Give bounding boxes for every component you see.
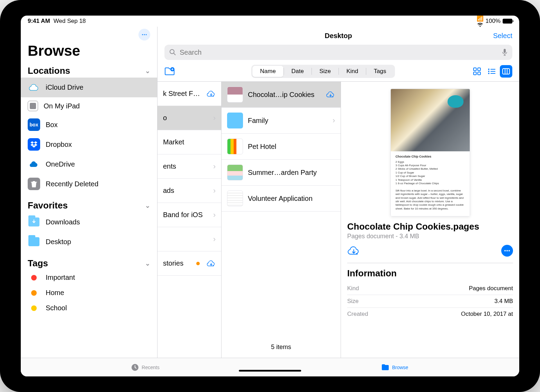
download-button[interactable]: [347, 245, 360, 256]
document-thumbnail: [227, 164, 243, 180]
clock-icon: [131, 364, 139, 371]
home-indicator[interactable]: [239, 370, 301, 372]
file-row[interactable]: Market: [158, 130, 221, 154]
location-box[interactable]: box Box: [21, 115, 157, 135]
location-onedrive[interactable]: OneDrive: [21, 154, 157, 174]
tab-browse[interactable]: Browse: [270, 358, 519, 376]
status-date: Wed Sep 18: [54, 18, 86, 25]
tag-color-icon: [31, 305, 37, 311]
file-row[interactable]: ents›: [158, 154, 221, 179]
chevron-down-icon: ⌄: [145, 67, 150, 75]
sort-kind[interactable]: Kind: [339, 66, 366, 77]
location-recently-deleted[interactable]: Recently Deleted: [21, 174, 157, 194]
file-row[interactable]: k Street Food: [158, 82, 221, 106]
column-item-count: 5 items: [222, 337, 341, 358]
cloud-download-icon[interactable]: [207, 90, 216, 98]
document-thumbnail: [227, 87, 243, 103]
dropbox-icon: [28, 138, 40, 151]
folder-icon: [28, 216, 40, 228]
tags-header[interactable]: Tags ⌄: [21, 257, 157, 270]
info-row-kind: KindPages document: [347, 282, 513, 295]
chevron-right-icon: ›: [213, 211, 216, 220]
preview-thumbnail[interactable]: Chocolate Chip Cookies 2 Eggs 3 Cups All…: [390, 89, 470, 216]
sidebar-more-button[interactable]: [138, 29, 150, 41]
tag-home[interactable]: Home: [21, 285, 157, 301]
preview-filename: Chocolate Chip Cookies.pages: [347, 221, 513, 232]
svg-point-13: [488, 71, 489, 72]
location-icloud-drive[interactable]: iCloud Drive: [21, 78, 157, 97]
tab-recents[interactable]: Recents: [21, 358, 270, 376]
document-thumbnail: [227, 190, 243, 206]
favorites-header[interactable]: Favorites ⌄: [21, 199, 157, 212]
file-row[interactable]: [158, 276, 221, 300]
svg-rect-17: [503, 69, 510, 74]
file-row[interactable]: o›: [158, 106, 221, 130]
file-volunteer-application[interactable]: Volunteer Application: [222, 186, 341, 212]
view-list-button[interactable]: [485, 65, 498, 78]
favorite-downloads[interactable]: Downloads: [21, 212, 157, 232]
sort-size[interactable]: Size: [312, 66, 339, 77]
file-family[interactable]: Family ›: [222, 108, 341, 134]
cloud-download-icon[interactable]: [326, 91, 335, 98]
svg-point-0: [142, 34, 143, 35]
view-grid-button[interactable]: [471, 65, 483, 78]
chevron-right-icon: ›: [213, 186, 216, 195]
chevron-right-icon: ›: [213, 162, 216, 171]
chevron-down-icon: ⌄: [145, 202, 150, 210]
column-2: Chocolat…ip Cookies Family › Pet Hotel S…: [222, 82, 341, 358]
location-on-my-ipad[interactable]: On My iPad: [21, 97, 157, 115]
search-input[interactable]: [180, 48, 498, 56]
file-summer-garden-party[interactable]: Summer…arden Party: [222, 160, 341, 186]
tag-color-icon: [31, 290, 37, 296]
svg-point-21: [506, 250, 508, 251]
chevron-down-icon: ⌄: [145, 260, 150, 267]
file-row[interactable]: Band for iOS›: [158, 203, 221, 227]
sidebar-title: Browse: [21, 41, 157, 64]
svg-rect-10: [478, 72, 480, 75]
cloud-download-icon[interactable]: [207, 260, 216, 267]
preview-more-button[interactable]: [501, 245, 513, 257]
svg-point-20: [504, 250, 506, 251]
tag-important[interactable]: Important: [21, 270, 157, 285]
sort-segmented-control: Name Date Size Kind Tags: [251, 65, 395, 78]
trash-icon: [28, 178, 40, 190]
view-columns-button[interactable]: [500, 65, 512, 78]
preview-subtitle: Pages document - 3.4 MB: [347, 233, 513, 240]
svg-point-15: [488, 73, 489, 74]
file-row[interactable]: stories: [158, 251, 221, 276]
tag-color-icon: [31, 275, 37, 280]
battery-icon: [503, 19, 512, 24]
favorite-desktop[interactable]: Desktop: [21, 232, 157, 252]
column-1: k Street Food o› Market ents› ads› Band …: [158, 82, 222, 358]
svg-point-2: [146, 34, 147, 35]
info-row-created: CreatedOctober 10, 2017 at: [347, 308, 513, 320]
new-folder-button[interactable]: [164, 67, 176, 75]
file-row[interactable]: ›: [158, 227, 221, 251]
file-pet-hotel[interactable]: Pet Hotel: [222, 134, 341, 160]
browse-sidebar: Browse Locations ⌄ iCloud Drive On My iP…: [21, 27, 158, 358]
svg-point-3: [170, 50, 174, 54]
file-row[interactable]: ads›: [158, 179, 221, 203]
select-button[interactable]: Select: [493, 32, 512, 40]
dictation-icon[interactable]: [502, 48, 507, 56]
preview-pane: Chocolate Chip Cookies 2 Eggs 3 Cups All…: [341, 82, 519, 358]
document-thumbnail: [227, 139, 243, 154]
tag-school[interactable]: School: [21, 301, 157, 316]
location-dropbox[interactable]: Dropbox: [21, 135, 157, 154]
cloud-icon: [28, 81, 40, 93]
folder-icon: [381, 364, 389, 371]
svg-rect-14: [490, 71, 495, 72]
svg-point-22: [508, 250, 510, 251]
sort-name[interactable]: Name: [252, 66, 283, 77]
svg-rect-9: [474, 72, 476, 75]
file-chocolate-chip-cookies[interactable]: Chocolat…ip Cookies: [222, 82, 341, 108]
search-icon: [169, 49, 176, 56]
svg-rect-5: [504, 49, 506, 53]
wifi-icon: [477, 16, 484, 27]
sort-date[interactable]: Date: [284, 66, 312, 77]
locations-header[interactable]: Locations ⌄: [21, 64, 157, 78]
box-icon: box: [28, 118, 40, 131]
search-field[interactable]: [164, 45, 512, 60]
svg-rect-16: [490, 73, 495, 74]
sort-tags[interactable]: Tags: [366, 66, 394, 77]
